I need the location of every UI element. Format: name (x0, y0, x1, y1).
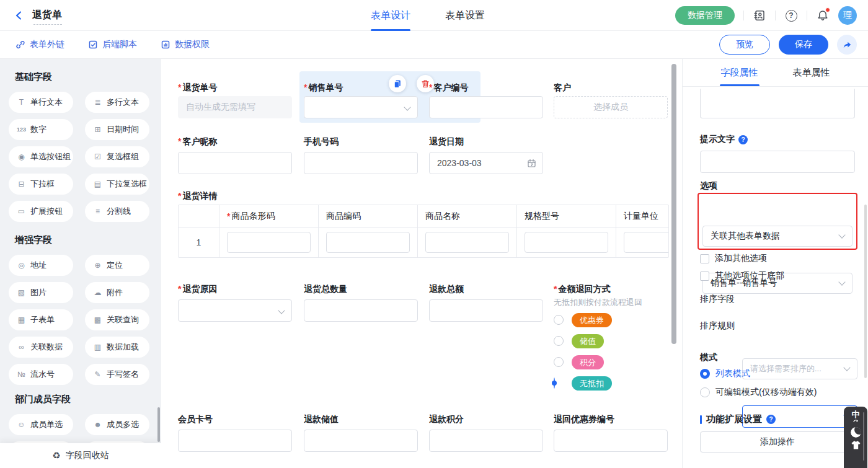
radio-editable-mode[interactable]: 可编辑模式(仅移动端有效) (700, 387, 817, 398)
field-return-reason-select[interactable] (178, 299, 292, 322)
radio-list-mode[interactable]: 列表模式 (700, 368, 750, 379)
palette-item-signature[interactable]: ✎手写签名 (85, 364, 149, 385)
tab-field-properties[interactable]: 字段属性 (721, 59, 758, 86)
help-question-icon[interactable]: ? (766, 415, 776, 424)
divider (775, 11, 776, 20)
dark-mode-moon-icon[interactable] (851, 427, 861, 438)
extension-settings-title: 功能扩展设置 (706, 413, 762, 425)
field-coupon-no-input[interactable] (554, 430, 668, 452)
field-label-mobile: 手机号码 (304, 136, 339, 148)
tab-form-settings[interactable]: 表单设置 (445, 0, 485, 31)
field-sales-no-select[interactable] (304, 96, 418, 118)
palette-item-address[interactable]: ◎地址 (9, 255, 73, 276)
palette-item-serial-number[interactable]: №流水号 (9, 364, 73, 385)
field-return-date-input[interactable]: 2023-03-03 (429, 152, 543, 174)
language-toggle[interactable]: 中 (852, 410, 860, 424)
field-return-no-input[interactable]: 自动生成无需填写 (178, 96, 292, 118)
help-icon[interactable]: ? (784, 9, 798, 22)
palette-item-radio-group[interactable]: ◉单选按钮组 (9, 146, 73, 167)
palette-item-multi-select[interactable]: ▤下拉复选框 (85, 174, 149, 195)
palette-item-date-time[interactable]: ⊞日期时间 (85, 119, 149, 140)
field-refund-points-input[interactable] (429, 430, 543, 452)
chevron-down-icon (843, 364, 850, 371)
external-link-button[interactable]: 表单外链 (16, 39, 64, 50)
checkbox-group-icon: ☑ (92, 152, 103, 161)
preview-button[interactable]: 预览 (719, 35, 770, 55)
field-mobile-input[interactable] (304, 152, 418, 174)
date-value: 2023-03-03 (437, 158, 482, 168)
option-tag-points[interactable]: 积分 (572, 355, 604, 369)
backend-script-button[interactable]: 后端脚本 (88, 39, 137, 50)
data-manage-button[interactable]: 数据管理 (675, 6, 735, 25)
radio-points[interactable] (554, 357, 564, 367)
palette-item-member-multi[interactable]: ☻成员多选 (85, 414, 149, 435)
canvas-scrollbar[interactable] (671, 64, 676, 344)
option-source-select[interactable]: 关联其他表单数据 (702, 226, 852, 247)
checkbox-other-option-bottom[interactable]: 其他选项位于底部 (700, 270, 784, 281)
subtable-cell-input[interactable] (624, 232, 669, 253)
title-input-partial[interactable] (700, 89, 855, 118)
field-refund-total-input[interactable] (429, 299, 543, 322)
tab-form-design[interactable]: 表单设计 (371, 0, 410, 31)
option-tag-no-deduction[interactable]: 无抵扣 (572, 376, 612, 391)
field-member-card-input[interactable] (178, 430, 292, 452)
palette-item-multi-line-text[interactable]: ≣多行文本 (85, 92, 149, 113)
field-total-quantity-input[interactable] (304, 299, 418, 322)
contacts-icon[interactable] (753, 9, 766, 22)
option-tag-stored-value[interactable]: 储值 (572, 334, 604, 348)
palette-item-label: 下拉复选框 (107, 179, 147, 190)
subtable-cell-input[interactable] (227, 232, 311, 253)
palette-item-subform[interactable]: ▦子表单 (9, 309, 73, 330)
copy-field-button[interactable] (389, 75, 406, 92)
panel-scrollbar[interactable] (864, 205, 867, 378)
divider-icon: ≡ (92, 207, 103, 216)
sort-field-select[interactable]: 请选择需要排序的... (742, 358, 857, 379)
save-button[interactable]: 保存 (779, 35, 828, 55)
user-avatar[interactable]: 理 (838, 6, 857, 25)
radio-coupon[interactable] (554, 315, 564, 325)
palette-item-image[interactable]: ▧图片 (9, 282, 73, 303)
subtable-cell-input[interactable] (525, 232, 608, 253)
palette-item-location[interactable]: ⊕定位 (85, 255, 149, 276)
add-action-button[interactable]: 添加操作 (700, 431, 855, 453)
sort-field-label: 排序字段 (700, 294, 735, 305)
subtable-return-detail[interactable]: 商品条形码 商品编码 商品名称 规格型号 计量单位 1 (178, 205, 669, 258)
radio-label: 列表模式 (715, 368, 750, 379)
palette-item-single-line-text[interactable]: T单行文本 (9, 92, 73, 113)
field-customer-no-input[interactable] (429, 96, 543, 118)
radio-no-deduction[interactable] (554, 377, 555, 389)
palette-item-attachment[interactable]: ☁附件 (85, 282, 149, 303)
option-tag-coupon[interactable]: 优惠券 (572, 313, 612, 327)
field-refund-stored-input[interactable] (304, 430, 418, 452)
hint-text-input[interactable] (700, 151, 855, 173)
tab-form-properties[interactable]: 表单属性 (793, 59, 830, 86)
theme-shirt-icon[interactable] (851, 441, 861, 450)
help-question-icon[interactable]: ? (738, 135, 748, 144)
palette-item-label: 日期时间 (107, 124, 139, 135)
field-label-refund-stored: 退款储值 (304, 414, 339, 425)
radio-stored-value[interactable] (554, 336, 564, 346)
palette-item-select[interactable]: ⊟下拉框 (9, 174, 73, 195)
checkbox-add-other-option[interactable]: 添加其他选项 (700, 253, 767, 264)
palette-item-linked-query[interactable]: ▩关联查询 (85, 309, 149, 330)
field-customer-picker[interactable]: 选择成员 (554, 96, 668, 118)
serial-number-icon: № (16, 370, 27, 379)
palette-item-extend-button[interactable]: ▭扩展按钮 (9, 201, 73, 222)
palette-item-divider[interactable]: ≡分割线 (85, 201, 149, 222)
field-nickname-input[interactable] (178, 152, 292, 174)
palette-item-linked-data[interactable]: ∞关联数据 (9, 337, 73, 358)
share-button[interactable] (837, 35, 857, 55)
palette-item-data-load[interactable]: ▥数据加载 (85, 337, 149, 358)
palette-item-number[interactable]: 123数字 (9, 119, 73, 140)
heading-accent-bar (700, 415, 702, 424)
sidebar-scrollbar[interactable] (157, 407, 160, 442)
palette-item-checkbox-group[interactable]: ☑复选框组 (85, 146, 149, 167)
chevron-down-icon (838, 278, 845, 285)
subtable-cell-input[interactable] (326, 232, 410, 253)
data-permission-button[interactable]: 数据权限 (161, 39, 210, 50)
notification-bell-icon[interactable] (816, 9, 830, 22)
palette-item-member-single[interactable]: ☺成员单选 (9, 414, 73, 435)
back-button[interactable] (14, 10, 25, 21)
field-recycle-bin[interactable]: ♻ 字段回收站 (0, 443, 161, 468)
subtable-cell-input[interactable] (425, 232, 509, 253)
